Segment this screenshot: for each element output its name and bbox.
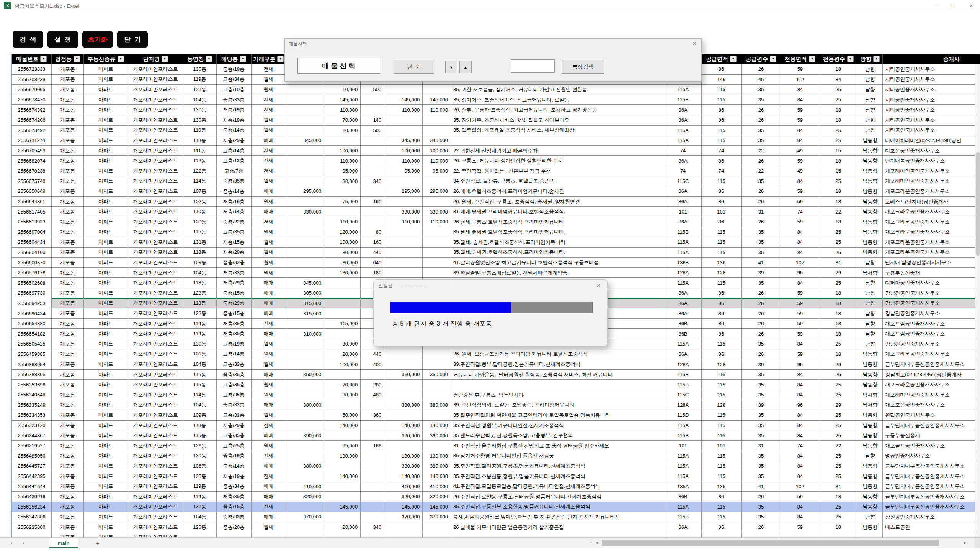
cell[interactable]: 118동	[183, 248, 217, 258]
cell[interactable]: 월세	[252, 380, 286, 390]
cell[interactable]: 아파트	[84, 135, 128, 146]
cell[interactable]: 강남진공인중개사사무소	[883, 298, 980, 309]
minimize-icon[interactable]: ─	[927, 0, 945, 11]
cell[interactable]: 월세	[252, 176, 286, 187]
vertical-scrollbar-thumb[interactable]	[976, 152, 980, 256]
cell[interactable]: 110동	[183, 126, 217, 136]
cell[interactable]: 84	[781, 278, 819, 288]
table-row[interactable]: 2556705493개포동아파트개포래미안포레스트111동고층/14층전세100…	[12, 146, 980, 156]
table-row[interactable]: 2556323120개포동아파트개포래미안포레스트118동저층/29층전세140…	[12, 421, 980, 431]
cell[interactable]: 2556335249	[12, 400, 52, 411]
table-row[interactable]: 2556682074개포동아파트개포래미안포레스트112동고층/13층전세110…	[12, 156, 980, 166]
cell[interactable]: 166	[361, 441, 384, 451]
cell[interactable]: 74	[702, 166, 742, 176]
cell[interactable]: 18	[819, 197, 858, 207]
table-row[interactable]: 2556388305개포동아파트개포래미안포레스트115동중층/35층매매350…	[12, 370, 980, 380]
cell[interactable]: 아파트	[84, 390, 128, 400]
cell[interactable]	[361, 370, 384, 380]
cell[interactable]: 개포래미안공인중개사사무소	[883, 166, 980, 176]
cell[interactable]: 35	[742, 512, 781, 522]
cell[interactable]	[324, 532, 361, 537]
cell[interactable]: 개포래미안포레스트	[128, 532, 183, 537]
cell[interactable]: 30,000	[324, 248, 361, 258]
cell[interactable]	[702, 532, 742, 537]
cell[interactable]: 25	[819, 95, 858, 105]
cell[interactable]: 남향	[858, 298, 883, 309]
table-row[interactable]: 2556219527개포동아파트개포래미안포레스트126동고층/25층월세95,…	[12, 441, 980, 451]
cell[interactable]: 110,000	[384, 156, 423, 166]
table-row[interactable]: 2556675740개포동아파트개포래미안포레스트114동중층/35층월세30,…	[12, 176, 980, 187]
cell[interactable]: 남향	[858, 451, 883, 461]
cell[interactable]	[384, 359, 423, 370]
cell[interactable]: 95,000	[423, 166, 451, 176]
cell[interactable]: 장원공인중개사사무소	[883, 512, 980, 522]
cell[interactable]: 35 집주인직접의뢰 확인매물 고급인테리어 로얄동로얄층 명품커뮤니티	[451, 410, 665, 421]
cell[interactable]: 104동	[183, 268, 217, 278]
cell[interactable]: 39	[742, 268, 781, 278]
cell[interactable]: 86	[702, 522, 742, 533]
cell[interactable]: 101동	[183, 349, 217, 360]
cell[interactable]: 86	[702, 115, 742, 126]
cell[interactable]: 22	[742, 146, 781, 156]
cell[interactable]: 115A	[665, 451, 702, 461]
cell[interactable]: 전세	[252, 105, 286, 115]
cell[interactable]: 59	[781, 217, 819, 227]
cell[interactable]: 저층/15층	[217, 237, 252, 248]
table-row[interactable]: 2556650649개포동아파트개포래미안포레스트107동중층/14층매매295…	[12, 186, 980, 197]
cell[interactable]: 중층/22층	[217, 217, 252, 227]
cell[interactable]: 31	[819, 258, 858, 268]
cell[interactable]: 330,000	[423, 207, 451, 217]
cell[interactable]: 중층/35층	[217, 370, 252, 380]
cell[interactable]: 70,000	[324, 380, 361, 390]
cell[interactable]: 84	[781, 451, 819, 461]
table-row[interactable]: 2556356234개포동아파트개포래미안포레스트131동중층/15층전세145…	[12, 502, 980, 512]
cell[interactable]: 개포래미안포레스트	[128, 319, 183, 329]
cell[interactable]: 아파트	[84, 451, 128, 461]
cell[interactable]: 개포크라운공인중개사사무소	[883, 227, 980, 238]
cell[interactable]	[423, 85, 451, 95]
cell[interactable]: 매매	[252, 308, 286, 319]
cell[interactable]	[286, 166, 324, 176]
cell[interactable]: 145,000	[324, 95, 361, 105]
cell[interactable]: 아파트	[84, 308, 128, 319]
cell[interactable]	[286, 126, 324, 136]
cell[interactable]: 101	[702, 441, 742, 451]
cell[interactable]: 86A	[665, 115, 702, 126]
cell[interactable]: 35	[742, 390, 781, 400]
cell[interactable]: 강남진공인중개사사무소	[883, 308, 980, 319]
cell[interactable]: 96	[781, 359, 819, 370]
cell[interactable]: 아파트	[84, 64, 128, 75]
cell[interactable]	[384, 390, 423, 400]
cell[interactable]: 120,000	[324, 227, 361, 238]
cell[interactable]: 35	[742, 430, 781, 441]
cell[interactable]: 350,000	[423, 370, 451, 380]
cell[interactable]: 아파트	[84, 380, 128, 390]
cell[interactable]: 개포래미안포레스트	[128, 451, 183, 461]
cell[interactable]: 2556244867	[12, 430, 52, 441]
cell[interactable]: 2556323120	[12, 421, 52, 431]
cell[interactable]: 남동향	[858, 430, 883, 441]
cell[interactable]: 84	[781, 502, 819, 512]
cell[interactable]: 18	[819, 156, 858, 166]
cell[interactable]: 115A	[665, 461, 702, 471]
cell[interactable]: 개포동	[52, 319, 84, 329]
close-button[interactable]: 닫 기	[117, 31, 148, 48]
cell[interactable]: 개포동	[52, 298, 84, 309]
cell[interactable]: 128A	[665, 268, 702, 278]
cell[interactable]	[324, 298, 361, 309]
cell[interactable]: 매매	[252, 492, 286, 502]
cell[interactable]: 전세	[252, 95, 286, 105]
cell[interactable]: 고층/14층	[217, 146, 252, 156]
cell[interactable]: 115A	[665, 502, 702, 512]
cell[interactable]	[361, 105, 384, 115]
cell[interactable]: 중층/33층	[217, 95, 252, 105]
cell[interactable]: 25	[819, 85, 858, 95]
cell[interactable]: 매매	[252, 298, 286, 309]
cell[interactable]: 380,000	[423, 461, 451, 471]
cell[interactable]: 전세	[252, 502, 286, 512]
cell[interactable]: 130동	[183, 451, 217, 461]
cell[interactable]: 개포래미안포레스트	[128, 288, 183, 298]
cell[interactable]: 개포래미안포레스트	[128, 248, 183, 258]
cell[interactable]	[883, 532, 980, 537]
cell[interactable]: 개포래미안포레스트	[128, 461, 183, 471]
